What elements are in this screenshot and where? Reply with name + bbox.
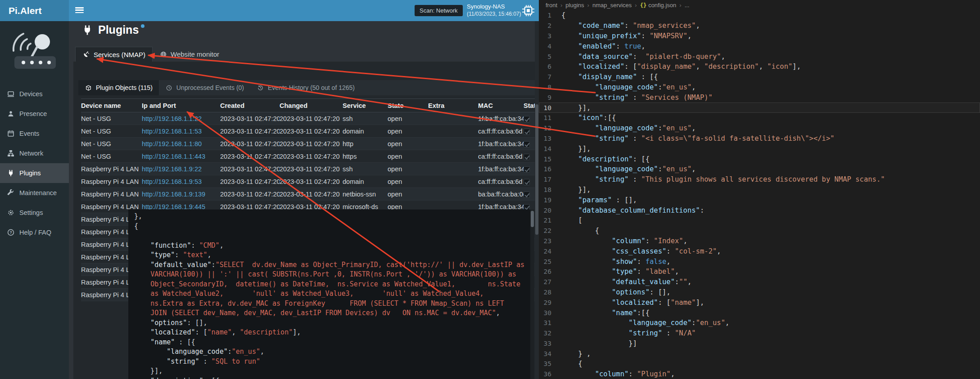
editor-line[interactable]: 19 "params" : [],: [539, 195, 980, 205]
breadcrumb-item-more[interactable]: ...: [685, 2, 690, 9]
editor-line[interactable]: 12 "language_code":"en_us",: [539, 123, 980, 134]
editor-line[interactable]: 36 "column": "Plugin",: [539, 369, 980, 379]
editor-line[interactable]: 22 {: [539, 226, 980, 236]
object-link[interactable]: http://192.168.1.9:139: [142, 191, 205, 198]
editor-line[interactable]: 35 {: [539, 359, 980, 369]
scan-status-badge[interactable]: Scan: Network: [415, 5, 463, 16]
editor-code[interactable]: 1{2 "code_name": "nmap_services",3 "uniq…: [539, 10, 980, 379]
editor-line[interactable]: 13 "string" : "<i class=\"fa-solid fa-sa…: [539, 134, 980, 144]
subtab-unprocessed-events-0[interactable]: Unprocessed Events (0): [159, 80, 250, 95]
breadcrumb-item-nmap-services[interactable]: nmap_services: [592, 2, 632, 9]
breadcrumb-item-config-json[interactable]: {}config.json: [640, 2, 677, 9]
subtab-plugin-objects-115[interactable]: Plugin Objects (115): [78, 80, 159, 95]
editor-line[interactable]: 2 "code_name": "nmap_services",: [539, 21, 980, 31]
service-cell: ssh: [343, 165, 388, 173]
table-row[interactable]: Net - USGhttp://192.168.1.1:222023-03-11…: [81, 112, 535, 125]
editor-line[interactable]: 26 "type": "label",: [539, 267, 980, 277]
subtab-events-history-50-out-of-1265[interactable]: Events History (50 out of 1265): [250, 80, 361, 95]
editor-line[interactable]: 16 "language_code":"en_us",: [539, 164, 980, 174]
editor-line[interactable]: 34 } ,: [539, 348, 980, 359]
column-header-extra[interactable]: Extra: [428, 102, 478, 109]
status-checkbox[interactable]: [524, 129, 530, 135]
brand-logo[interactable]: Pi.Alert: [0, 0, 69, 21]
column-header-created[interactable]: Created: [220, 102, 280, 109]
editor-line[interactable]: 29 "localized": ["name"],: [539, 297, 980, 308]
overlay-code-line: JOIN (SELECT dev_Name, dev_MAC, dev_Last…: [134, 308, 526, 318]
editor-line[interactable]: 6 "localized": ["display_name", "descrip…: [539, 62, 980, 72]
service-cell: http: [343, 140, 388, 147]
editor-line[interactable]: 15 "description": [{: [539, 154, 980, 164]
editor-line[interactable]: 33 }]: [539, 339, 980, 349]
table-row[interactable]: Raspberry Pi 4 LANhttp://192.168.1.9:222…: [81, 163, 535, 175]
sidebar-item-events[interactable]: Events: [0, 124, 69, 143]
editor-line[interactable]: 14 }],: [539, 143, 980, 154]
overlay-scrollbar-thumb[interactable]: [531, 211, 534, 227]
editor-line[interactable]: 28 "options": [],: [539, 287, 980, 298]
tab-services-nmap[interactable]: Services (NMAP): [75, 47, 153, 62]
editor-line[interactable]: 9 "string" : "Services (NMAP)": [539, 92, 980, 103]
table-row[interactable]: Raspberry Pi 4 LANhttp://192.168.1.9:532…: [81, 175, 535, 188]
editor-line[interactable]: 31 "language_code":"en_us",: [539, 318, 980, 328]
status-checkbox[interactable]: [524, 116, 530, 122]
column-header-state[interactable]: State: [388, 102, 428, 109]
object-link[interactable]: http://192.168.1.1:53: [142, 128, 202, 135]
editor-line[interactable]: 8 "language_code":"en_us",: [539, 82, 980, 93]
status-checkbox[interactable]: [524, 179, 530, 185]
column-header-device-name[interactable]: Device name: [81, 102, 142, 109]
editor-line[interactable]: 25 "show": false,: [539, 256, 980, 267]
editor-line[interactable]: 7 "display_name" : [{: [539, 72, 980, 82]
status-checkbox[interactable]: [524, 192, 530, 198]
object-link[interactable]: http://192.168.1.1:443: [142, 153, 205, 160]
editor-line[interactable]: 5 "data_source": "pialert-db-query",: [539, 51, 980, 62]
column-header-changed[interactable]: Changed: [280, 102, 343, 109]
sidebar-item-settings[interactable]: Settings: [0, 203, 69, 223]
editor-line[interactable]: 3 "unique_prefix": "NMAPSRV",: [539, 31, 980, 41]
plugins-icon: [81, 24, 93, 36]
editor-line[interactable]: 18 }],: [539, 185, 980, 195]
editor-line[interactable]: 17 "string" : "This plugin shows all ser…: [539, 174, 980, 185]
app-scrollbar-thumb[interactable]: [535, 104, 538, 235]
status-cell: [524, 140, 535, 147]
sidebar-toggle-button[interactable]: [75, 7, 84, 14]
object-link[interactable]: http://192.168.1.1:22: [142, 115, 202, 122]
table-row[interactable]: Net - USGhttp://192.168.1.1:802023-03-11…: [81, 138, 535, 150]
column-header-status[interactable]: Status: [524, 102, 535, 109]
editor-line[interactable]: 24 "css_classes": "col-sm-2",: [539, 246, 980, 256]
editor-line[interactable]: 21 [: [539, 215, 980, 226]
editor-line[interactable]: 32 "string" : "N/A": [539, 328, 980, 339]
sidebar-item-help-faq[interactable]: ?Help / FAQ: [0, 223, 69, 242]
table-row[interactable]: Net - USGhttp://192.168.1.1:4432023-03-1…: [81, 150, 535, 163]
sidebar-item-plugins[interactable]: Plugins: [0, 163, 69, 183]
breadcrumb-item-front[interactable]: front: [546, 2, 557, 9]
editor-line[interactable]: 30 "name":[{: [539, 308, 980, 318]
editor-line[interactable]: 27 "default_value":"",: [539, 277, 980, 287]
editor-line[interactable]: 20 "database_column_definitions":: [539, 205, 980, 215]
editor-line[interactable]: 4 "enabled": true,: [539, 41, 980, 51]
sidebar-item-maintenance[interactable]: Maintenance: [0, 183, 69, 203]
sidebar-item-presence[interactable]: Presence: [0, 104, 69, 124]
status-checkbox[interactable]: [524, 166, 530, 173]
editor-line[interactable]: 23 "column": "Index",: [539, 236, 980, 246]
breadcrumb-item-plugins[interactable]: plugins: [565, 2, 584, 9]
tab-website-monitor[interactable]: Website monitor: [153, 47, 226, 62]
state-cell: open: [388, 115, 428, 122]
app-scrollbar[interactable]: [535, 21, 539, 379]
sidebar-item-network[interactable]: Network: [0, 143, 69, 163]
object-link[interactable]: http://192.168.1.1:80: [142, 140, 202, 147]
object-link[interactable]: http://192.168.1.9:53: [142, 178, 202, 185]
sidebar-item-devices[interactable]: Devices: [0, 84, 69, 104]
table-row[interactable]: Net - USGhttp://192.168.1.1:532023-03-11…: [81, 125, 535, 138]
editor-line[interactable]: 1{: [539, 10, 980, 21]
status-checkbox[interactable]: [524, 154, 530, 160]
object-link[interactable]: http://192.168.1.9:22: [142, 165, 202, 173]
status-checkbox[interactable]: [524, 141, 530, 147]
column-header-ip-and-port[interactable]: Ip and Port: [142, 102, 220, 109]
editor-line[interactable]: 11 "icon":[{: [539, 113, 980, 123]
column-header-mac[interactable]: MAC: [478, 102, 524, 109]
column-header-service[interactable]: Service: [343, 102, 388, 109]
ip-port-cell: http://192.168.1.1:22: [142, 115, 220, 122]
editor-line[interactable]: 10 }],: [539, 103, 980, 113]
page-title-text: Plugins: [98, 23, 139, 36]
table-row[interactable]: Raspberry Pi 4 LANhttp://192.168.1.9:139…: [81, 188, 535, 201]
device-chip-icon[interactable]: [522, 5, 534, 16]
